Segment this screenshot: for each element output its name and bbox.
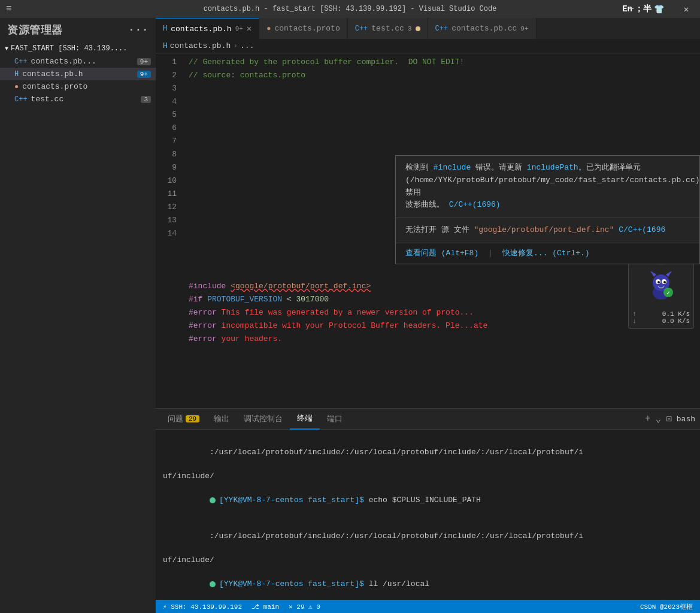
tab-label: contacts.pb.cc — [451, 24, 517, 33]
output-label: 输出 — [214, 413, 229, 424]
sidebar-filename: contacts.pb.h — [22, 70, 83, 78]
code-line-11: #if PROTOBUF_VERSION < 3017000 — [189, 293, 700, 306]
main-area: H contacts.pb.h 9+ ✕ ● contacts.proto C+… — [156, 18, 700, 613]
upload-speed: 0.1 K/s — [662, 310, 690, 318]
sidebar-item-contacts-pb-h[interactable]: H contacts.pb.h 9+ — [0, 68, 156, 80]
h-icon: H — [14, 70, 19, 78]
sidebar-header: 资源管理器 ··· — [0, 18, 156, 42]
terminal-prompt-line: [YYK@VM-8-7-centos fast_start]$ echo $CP… — [163, 482, 693, 518]
title-bar: ≡ contacts.pb.h - fast_start [SSH: 43.13… — [0, 0, 700, 18]
minimize-button[interactable]: ─ — [617, 0, 645, 18]
close-button[interactable]: ✕ — [672, 0, 700, 18]
error-badge: 9+ — [137, 71, 151, 78]
terminal-line: uf/include/ — [163, 554, 693, 566]
tab-problems[interactable]: 问题 29 — [160, 409, 207, 430]
breadcrumb-sep: › — [233, 41, 238, 50]
down-arrow-icon: ↓ — [632, 318, 637, 325]
ports-label: 端口 — [327, 413, 343, 424]
problems-badge: 29 — [186, 415, 199, 422]
error-text-1: 检测到 #include 错误。请更新 includePath。已为此翻译单元 — [405, 162, 690, 174]
status-ssh: ⚡ SSH: 43.139.99.192 — [163, 603, 242, 611]
sidebar-item-contacts-proto[interactable]: ● contacts.proto — [0, 80, 156, 93]
tab-badge: 9+ — [235, 25, 243, 32]
network-speed: ↑ 0.1 K/s ↓ 0.0 K/s — [632, 310, 690, 325]
breadcrumb: H contacts.pb.h › ... — [156, 39, 700, 53]
sidebar-item-contacts-pb-cc[interactable]: C++ contacts.pb... 9+ — [0, 55, 156, 68]
debug-console-label: 调试控制台 — [244, 413, 283, 424]
code-line-13: #error incompatible with your Protocol B… — [189, 319, 700, 333]
bottom-panel: 问题 29 输出 调试控制台 终端 端口 + ⌄ ⊡ — [156, 408, 700, 600]
tab-cpp-icon: C++ — [435, 25, 449, 33]
sidebar: 资源管理器 ··· ▼ FAST_START [SSH: 43.139.... … — [0, 18, 156, 613]
panel-tab-bar: 问题 29 输出 调试控制台 终端 端口 + ⌄ ⊡ — [156, 409, 700, 430]
terminal-prompt: [YYK@VM-8-7-centos fast_start]$ — [219, 496, 369, 505]
tab-contacts-pb-cc[interactable]: C++ contacts.pb.cc 9+ — [428, 18, 537, 39]
tab-contacts-proto[interactable]: ● contacts.proto — [259, 18, 347, 39]
breadcrumb-filename: contacts.pb.h — [170, 41, 231, 50]
sidebar-more-icon[interactable]: ··· — [128, 24, 149, 36]
tab-proto-icon: ● — [266, 25, 271, 33]
breadcrumb-file-icon: H — [163, 41, 168, 50]
status-branch: ⎇ main — [251, 603, 279, 611]
tab-close-icon[interactable]: ✕ — [247, 25, 251, 33]
error-text-3: 波形曲线。 C/C++(1696) — [405, 199, 690, 212]
add-terminal-icon[interactable]: + — [645, 413, 651, 424]
terminal-command: ll /usr/local — [369, 579, 429, 588]
status-bar: ⚡ SSH: 43.139.99.192 ⎇ main ✕ 29 ⚠ 0 CSD… — [156, 600, 700, 613]
menu-icon[interactable]: ≡ — [6, 4, 12, 14]
mascot-figure: ✓ — [632, 270, 690, 308]
tab-label: contacts.proto — [274, 24, 340, 33]
collapse-arrow-icon: ▼ — [5, 46, 8, 52]
tab-bar: H contacts.pb.h 9+ ✕ ● contacts.proto C+… — [156, 18, 700, 39]
proto-icon: ● — [14, 83, 19, 91]
sidebar-item-test-cc[interactable]: C++ test.cc 3 — [0, 93, 156, 105]
tab-cpp-icon: C++ — [355, 25, 368, 33]
code-line-14: #error your headers. — [189, 333, 700, 346]
bash-label: bash — [677, 415, 695, 424]
editor: 12345 678910 11121314 // Generated by th… — [156, 53, 700, 408]
maximize-button[interactable]: □ — [645, 0, 672, 18]
error-text-2: (/home/YYK/protoBuf/protobuf/my_code/fas… — [405, 174, 690, 200]
window-controls: ─ □ ✕ — [617, 0, 700, 18]
tab-ports[interactable]: 端口 — [320, 409, 350, 430]
sidebar-filename: test.cc — [31, 95, 64, 104]
terminal-prompt-line: [YYK@VM-8-7-centos fast_start]$ ll /usr/… — [163, 566, 693, 600]
terminal-line: :/usr/local/protobuf/include/:/usr/local… — [163, 434, 693, 470]
status-attribution: CSDN @2023框框 — [640, 602, 693, 611]
code-line-3 — [189, 82, 700, 95]
sidebar-filename: contacts.proto — [22, 82, 87, 91]
unsaved-dot — [416, 26, 420, 31]
tab-terminal[interactable]: 终端 — [290, 409, 320, 430]
error-section-1: 检测到 #include 错误。请更新 includePath。已为此翻译单元 … — [396, 156, 699, 218]
tab-badge: 3 — [408, 25, 412, 32]
breadcrumb-more: ... — [240, 41, 254, 50]
code-line-12: #error This file was generated by a newe… — [189, 306, 700, 319]
error-badge: 3 — [141, 96, 151, 103]
panel-chevron-down-icon[interactable]: ⌄ — [656, 413, 662, 425]
error-actions: 查看问题 (Alt+F8) | 快速修复... (Ctrl+.) — [396, 243, 699, 264]
quick-fix-link[interactable]: 快速修复... (Ctrl+.) — [502, 247, 590, 260]
panel-actions: + ⌄ ⊡ bash — [645, 413, 695, 425]
error-popup: 检测到 #include 错误。请更新 includePath。已为此翻译单元 … — [395, 155, 700, 264]
tab-badge: 9+ — [520, 25, 528, 32]
terminal-line: uf/include/ — [163, 470, 693, 482]
svg-text:✓: ✓ — [666, 290, 670, 297]
tab-contacts-pb-h[interactable]: H contacts.pb.h 9+ ✕ — [156, 18, 259, 39]
tab-test-cc[interactable]: C++ test.cc 3 — [348, 18, 428, 39]
view-problem-link[interactable]: 查看问题 (Alt+F8) — [405, 247, 478, 260]
title-bar-title: contacts.pb.h - fast_start [SSH: 43.139.… — [204, 5, 497, 13]
svg-point-9 — [663, 281, 666, 283]
status-errors: ✕ 29 ⚠ 0 — [289, 603, 320, 611]
error-text-4: 无法打开 源 文件 "google/protobuf/port_def.inc"… — [405, 224, 690, 237]
tab-label: test.cc — [371, 24, 404, 33]
panel-split-icon[interactable]: ⊡ — [666, 413, 672, 425]
action-sep: | — [488, 247, 493, 260]
sidebar-section-fast-start[interactable]: ▼ FAST_START [SSH: 43.139.... — [0, 42, 156, 55]
error-section-2: 无法打开 源 文件 "google/protobuf/port_def.inc"… — [396, 218, 699, 243]
terminal-command: echo $CPLUS_INCLUDE_PATH — [369, 496, 481, 505]
terminal-prompt: [YYK@VM-8-7-centos fast_start]$ — [219, 579, 369, 588]
tab-output[interactable]: 输出 — [207, 409, 237, 430]
svg-marker-5 — [666, 271, 672, 277]
up-arrow-icon: ↑ — [632, 310, 637, 318]
tab-debug-console[interactable]: 调试控制台 — [237, 409, 290, 430]
